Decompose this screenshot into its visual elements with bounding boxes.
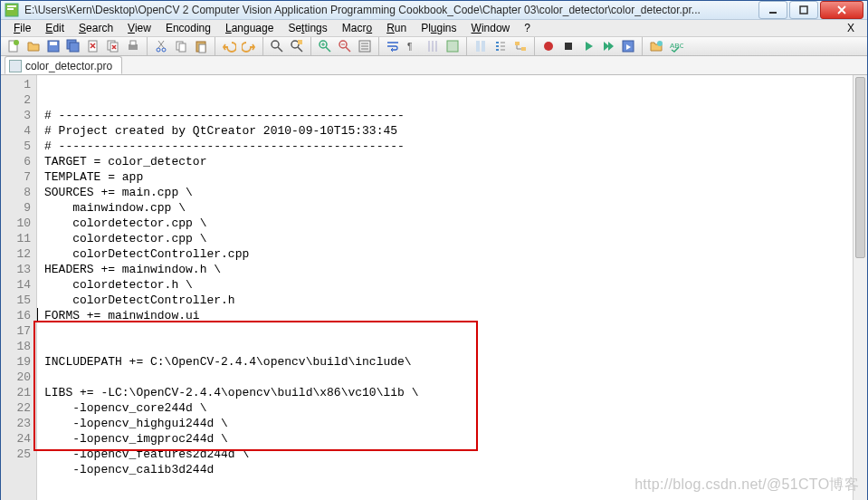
svg-point-17 (162, 48, 166, 52)
code-line[interactable]: HEADERS += mainwindow.h \ (44, 262, 867, 277)
menu-encoding[interactable]: Encoding (158, 20, 218, 36)
code-line[interactable]: TARGET = color_detector (44, 154, 867, 169)
menu-settings[interactable]: Settings (281, 20, 334, 36)
close-all-icon[interactable] (104, 37, 122, 55)
open-recent-icon[interactable] (647, 37, 665, 55)
code-line[interactable] (44, 323, 867, 339)
minimize-button[interactable] (758, 1, 787, 19)
code-line[interactable]: LIBS += -LC:\OpenCV-2.4.4\opencv\build\x… (44, 385, 867, 400)
tabbar: color_detector.pro (1, 56, 867, 75)
menu-window[interactable]: Window (464, 20, 518, 36)
code-line[interactable]: colorDetectController.cpp (44, 246, 867, 262)
menu-run[interactable]: Run (379, 20, 414, 36)
menu-help[interactable]: ? (517, 20, 538, 36)
code-line[interactable]: colorDetectController.h (44, 293, 867, 308)
indent-guides-icon[interactable] (424, 37, 442, 55)
new-file-icon[interactable] (5, 37, 23, 55)
menu-view[interactable]: View (120, 20, 158, 36)
text-caret (37, 308, 38, 322)
user-lang-icon[interactable] (444, 37, 462, 55)
code-line[interactable]: -lopencv_highgui244d \ (44, 416, 867, 431)
code-line[interactable]: # --------------------------------------… (44, 108, 867, 123)
vertical-scrollbar[interactable] (853, 75, 867, 500)
menu-language[interactable]: Language (218, 20, 281, 36)
sync-scroll-icon[interactable] (356, 37, 374, 55)
spellcheck-icon[interactable]: ABC (667, 37, 685, 55)
svg-point-22 (272, 41, 279, 48)
show-all-chars-icon[interactable]: ¶ (404, 37, 422, 55)
wordwrap-icon[interactable] (384, 37, 402, 55)
macro-save-icon[interactable] (619, 37, 637, 55)
toolbar-sep (378, 37, 379, 55)
save-all-icon[interactable] (64, 37, 82, 55)
svg-point-37 (657, 41, 663, 46)
svg-rect-8 (50, 42, 57, 45)
svg-rect-29 (447, 41, 458, 52)
macro-play-icon[interactable] (579, 37, 597, 55)
print-icon[interactable] (124, 37, 142, 55)
svg-rect-10 (70, 43, 79, 52)
svg-rect-24 (298, 40, 302, 44)
toolbar-sep (147, 37, 148, 55)
close-button[interactable] (820, 1, 863, 19)
svg-rect-15 (130, 41, 136, 45)
code-line[interactable]: SOURCES += main.cpp \ (44, 185, 867, 200)
close-file-icon[interactable] (84, 37, 102, 55)
macro-record-icon[interactable] (539, 37, 558, 55)
menu-macro[interactable]: Macro (335, 20, 379, 36)
tab-active[interactable]: color_detector.pro (5, 56, 122, 74)
code-line[interactable]: INCLUDEPATH += C:\OpenCV-2.4.4\opencv\bu… (44, 354, 867, 370)
svg-point-16 (157, 48, 160, 52)
zoom-out-icon[interactable] (336, 37, 354, 55)
code-area[interactable]: # --------------------------------------… (37, 75, 867, 500)
toolbar-sep (310, 37, 311, 55)
menu-search[interactable]: Search (72, 20, 120, 36)
undo-icon[interactable] (220, 37, 238, 55)
menu-plugins[interactable]: Plugins (414, 20, 463, 36)
macro-stop-icon[interactable] (559, 37, 577, 55)
find-icon[interactable] (268, 37, 286, 55)
code-line[interactable]: -lopencv_imgproc244d \ (44, 431, 867, 447)
redo-icon[interactable] (240, 37, 258, 55)
cut-icon[interactable] (152, 37, 170, 55)
save-icon[interactable] (44, 37, 62, 55)
copy-icon[interactable] (172, 37, 190, 55)
code-line[interactable]: # Project created by QtCreator 2010-09-1… (44, 123, 867, 139)
svg-rect-21 (199, 44, 205, 53)
code-line[interactable] (44, 370, 867, 385)
file-icon (9, 60, 22, 72)
code-line[interactable]: -lopencv_core244d \ (44, 400, 867, 416)
code-line[interactable]: mainwindow.cpp \ (44, 200, 867, 216)
toolbar: ¶ ABC (1, 37, 867, 56)
editor[interactable]: 1234567891011121314151617181920212223242… (1, 75, 867, 500)
menu-close-x[interactable]: X (840, 20, 862, 36)
code-line[interactable]: colordetector.h \ (44, 277, 867, 293)
svg-rect-3 (769, 12, 777, 14)
svg-point-23 (291, 41, 299, 48)
folder-tree-icon[interactable] (511, 37, 529, 55)
func-list-icon[interactable] (491, 37, 510, 55)
code-line[interactable]: # --------------------------------------… (44, 139, 867, 154)
menu-file[interactable]: File (6, 20, 38, 36)
zoom-in-icon[interactable] (316, 37, 334, 55)
menu-edit[interactable]: Edit (38, 20, 72, 36)
open-file-icon[interactable] (24, 37, 43, 55)
svg-rect-2 (7, 8, 14, 10)
toolbar-sep (262, 37, 263, 55)
maximize-button[interactable] (789, 1, 818, 19)
code-line[interactable]: -lopencv_calib3d244d (44, 462, 867, 477)
code-line[interactable] (44, 339, 867, 354)
code-line[interactable]: -lopencv_features2d244d \ (44, 447, 867, 462)
toolbar-sep (215, 37, 215, 55)
code-line[interactable]: colordetector.cpp \ (44, 216, 867, 231)
scrollbar-thumb[interactable] (855, 77, 865, 258)
macro-play-multi-icon[interactable] (599, 37, 617, 55)
code-line[interactable]: colordetector.cpp \ (44, 231, 867, 246)
code-line[interactable]: FORMS += mainwindow.ui (44, 308, 867, 323)
doc-map-icon[interactable] (472, 37, 490, 55)
svg-rect-1 (7, 5, 16, 7)
paste-icon[interactable] (192, 37, 210, 55)
code-line[interactable] (44, 477, 867, 493)
replace-icon[interactable] (288, 37, 306, 55)
code-line[interactable]: TEMPLATE = app (44, 169, 867, 185)
